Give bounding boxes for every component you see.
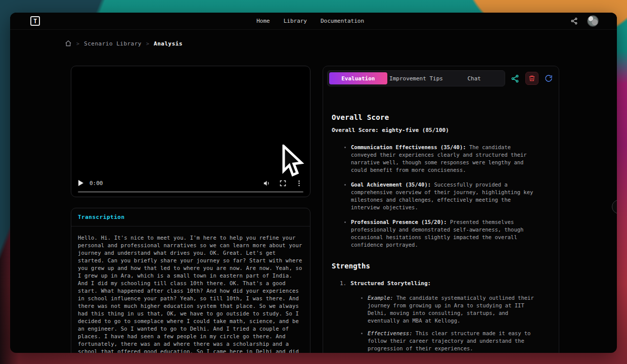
nav-item-documentation[interactable]: Documentation (321, 18, 364, 24)
strength-detail-list: Example: The candidate systematically ou… (332, 294, 539, 353)
video-controls-right (263, 179, 303, 187)
panel-header-icons (511, 72, 555, 85)
avatar[interactable] (587, 15, 599, 27)
play-button-icon[interactable] (78, 180, 83, 186)
nav-item-library[interactable]: Library (284, 18, 307, 24)
strengths-heading: Strengths (332, 262, 539, 270)
breadcrumb-separator: > (76, 41, 79, 47)
tab-list: Evaluation Improvement Tips Chat (327, 70, 505, 86)
breadcrumb-separator: > (146, 41, 149, 47)
home-icon[interactable] (65, 40, 72, 47)
app-logo-letter: T (33, 18, 37, 25)
video-current-time: 0:00 (89, 180, 103, 187)
score-item-label: Goal Achievement (35/40): (351, 181, 431, 188)
panel-header: Evaluation Improvement Tips Chat (323, 66, 559, 90)
main-content: 0:00 (71, 66, 617, 353)
list-item: Goal Achievement (35/40): Successfully p… (332, 181, 539, 211)
share-icon[interactable] (570, 17, 578, 25)
transcription-text[interactable]: Hello. Hi. It's nice to meet you. I'm he… (71, 226, 310, 353)
list-item: Communication Effectiveness (35/40): The… (332, 144, 539, 174)
nav-item-home[interactable]: Home (256, 18, 270, 24)
overall-score-value: Overall Score: eighty-five (85/100) (332, 127, 539, 133)
refresh-icon[interactable] (545, 74, 553, 82)
trash-icon (528, 75, 535, 82)
breadcrumb-scenario-library[interactable]: Scenario Library (84, 40, 142, 47)
score-breakdown-list: Communication Effectiveness (35/40): The… (332, 144, 539, 249)
transcription-title: Transcription (71, 208, 310, 226)
overall-score-heading: Overall Score (332, 113, 539, 121)
evaluation-content[interactable]: Overall Score Overall Score: eighty-five… (323, 90, 559, 353)
tab-chat[interactable]: Chat (445, 72, 503, 84)
fullscreen-icon[interactable] (279, 179, 287, 187)
list-item: Effectiveness: This clear structure made… (332, 330, 539, 352)
app-logo[interactable]: T (30, 16, 40, 26)
evaluation-panel: Evaluation Improvement Tips Chat (323, 66, 559, 353)
nav-links: Home Library Documentation (256, 13, 364, 29)
breadcrumb: > Scenario Library > Analysis (65, 40, 617, 47)
share-icon[interactable] (511, 74, 519, 83)
transcription-card: Transcription Hello. Hi. It's nice to me… (71, 208, 310, 353)
score-item-label: Communication Effectiveness (35/40): (351, 144, 466, 150)
strength-detail-label: Example: (368, 295, 393, 301)
strength-item-title: Structured Storytelling: (350, 280, 431, 287)
strength-detail-label: Effectiveness: (368, 330, 413, 336)
tab-improvement-tips[interactable]: Improvement Tips (387, 72, 445, 84)
score-item-label: Professional Presence (15/20): (351, 219, 447, 225)
list-item: Professional Presence (15/20): Presented… (332, 218, 539, 249)
left-column: 0:00 (71, 66, 310, 353)
navbar: T Home Library Documentation (10, 13, 617, 30)
video-controls: 0:00 (71, 177, 310, 189)
video-seek-bar[interactable] (78, 191, 303, 193)
breadcrumb-current-analysis: Analysis (154, 40, 183, 47)
volume-icon[interactable] (263, 179, 271, 187)
kebab-menu-icon[interactable] (295, 179, 303, 187)
tab-evaluation[interactable]: Evaluation (329, 72, 387, 84)
strength-item-number: 1. (340, 280, 346, 287)
navbar-right (570, 15, 599, 27)
app-window: T Home Library Documentation > Scenario … (10, 13, 617, 353)
align-lines-icon (616, 204, 617, 210)
strength-item-1: 1.Structured Storytelling: (332, 280, 539, 287)
delete-button[interactable] (525, 72, 539, 85)
list-item: Example: The candidate systematically ou… (332, 294, 539, 325)
video-player[interactable]: 0:00 (71, 66, 310, 197)
